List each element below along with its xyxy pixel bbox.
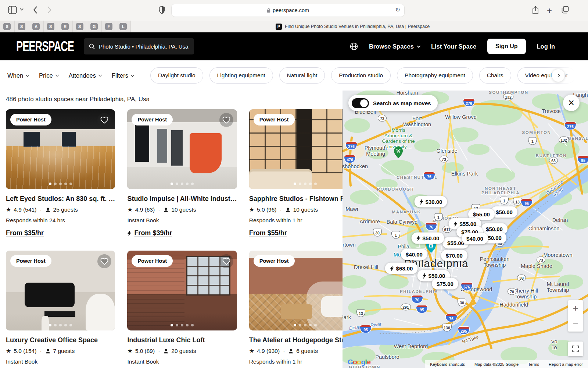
response-time: Instant Book: [127, 358, 237, 365]
filter-dropdown-price[interactable]: Price: [39, 72, 58, 79]
carousel-dot: [294, 324, 296, 326]
bolt-icon: [390, 265, 394, 271]
share-icon[interactable]: [532, 6, 539, 14]
peerspace-logo[interactable]: PEERSPACE: [16, 38, 74, 54]
login-link[interactable]: Log In: [537, 43, 555, 50]
price-pin[interactable]: $50.00: [491, 206, 517, 218]
pinned-tab[interactable]: R: [58, 21, 73, 32]
carousel-dot: [69, 183, 72, 185]
pinned-tab[interactable]: G: [87, 21, 102, 32]
listings-column: 486 photo studio spaces near Philadelphi…: [0, 91, 343, 368]
park-pin-icon[interactable]: [394, 146, 403, 160]
pinned-tab[interactable]: S: [73, 21, 87, 32]
filter-dropdown-filters[interactable]: Filters: [112, 72, 134, 79]
pinned-tab[interactable]: S: [44, 21, 58, 32]
carousel-dot: [314, 183, 317, 185]
filter-dropdown-when[interactable]: When: [7, 72, 29, 79]
price-pin[interactable]: $50.00: [412, 233, 444, 244]
pinned-tab[interactable]: A: [29, 21, 44, 32]
power-host-badge: Power Host: [254, 255, 295, 267]
favorite-button[interactable]: [219, 113, 233, 127]
google-logo-letter: g: [361, 358, 365, 366]
search-input[interactable]: Photo Studio • Philadelphia, PA, Usa: [84, 38, 194, 54]
price-pin-label: $68.00: [396, 265, 413, 272]
filter-pill[interactable]: Chairs: [479, 67, 511, 84]
pinned-tab-favicon: R: [61, 23, 69, 30]
pinned-tab[interactable]: S: [0, 21, 15, 32]
nav-list-your-space[interactable]: List Your Space: [431, 43, 476, 50]
map-panel[interactable]: HorshamSOUTHAMPTONLanghorneTrevoseWillow…: [343, 91, 588, 368]
globe-icon[interactable]: [350, 42, 358, 50]
price-pin[interactable]: $75.00: [432, 278, 458, 290]
fullscreen-button[interactable]: [568, 342, 583, 356]
price-pin-label: $50.00: [486, 226, 503, 232]
listing-card[interactable]: Power HostIndustrial Luxe Chic Loft★5.0 …: [127, 251, 237, 365]
back-icon[interactable]: [33, 6, 37, 14]
listing-title: Left Eyed Studios: An 830 sq. ft. …: [6, 195, 115, 203]
listing-card[interactable]: Power HostLuxury Creative Office Space★5…: [6, 251, 115, 365]
bolt-icon-wrap: [422, 273, 427, 279]
rating-text: 4.9 (63): [135, 206, 155, 213]
filter-pill[interactable]: Lighting equipment: [209, 67, 273, 84]
filter-pill[interactable]: Production studio: [331, 67, 391, 84]
carousel-dot: [69, 324, 72, 326]
filter-pill[interactable]: Daylight studio: [150, 67, 203, 84]
card-image: Power Host: [6, 251, 115, 330]
search-as-map-moves-toggle[interactable]: Search as map moves: [348, 95, 438, 111]
listing-card[interactable]: Power HostThe Atelier at Hodgepodge Stud…: [249, 251, 343, 365]
filter-pills-scroller: Daylight studioLighting equipmentNatural…: [150, 60, 588, 91]
power-host-badge: Power Host: [254, 114, 295, 125]
tabs-overview-icon[interactable]: [562, 6, 569, 14]
new-tab-icon[interactable]: +: [547, 6, 552, 16]
filter-pill[interactable]: Photography equipment: [397, 67, 473, 84]
active-tab[interactable]: P Find Unique Photo Studio Venues in Phi…: [276, 21, 430, 32]
filter-pill[interactable]: Video equipment: [517, 67, 576, 84]
heart-icon: [222, 116, 230, 124]
filter-pill-partial[interactable]: A: [582, 67, 588, 84]
zoom-in-button[interactable]: +: [568, 300, 583, 316]
price-pin[interactable]: $30.00: [415, 196, 447, 208]
pinned-tab[interactable]: S: [15, 21, 29, 32]
price-pin[interactable]: $40.00: [401, 249, 427, 260]
pinned-tab[interactable]: L: [116, 21, 131, 32]
filter-dropdown-attendees[interactable]: Attendees: [69, 72, 101, 79]
map-close-button[interactable]: ✕: [563, 95, 580, 111]
pinned-tab[interactable]: F: [102, 21, 116, 32]
zoom-out-button[interactable]: −: [568, 316, 583, 332]
power-host-badge: Power Host: [10, 255, 51, 267]
google-logo-letter: G: [348, 358, 353, 366]
filter-pill[interactable]: Natural light: [279, 67, 325, 84]
listing-title: Luxury Creative Office Space: [6, 336, 115, 344]
bolt-icon: [422, 273, 427, 279]
google-logo-letter: o: [353, 358, 357, 366]
terms-link[interactable]: Terms: [528, 362, 539, 367]
card-image: Power Host: [127, 109, 237, 189]
url-bar[interactable]: peerspace.com ↻: [172, 4, 404, 17]
listing-rating-row: ★4.9 (541)·25 guests: [6, 206, 115, 213]
price-pin-label: $40.00: [406, 251, 423, 258]
nav-browse-spaces[interactable]: Browse Spaces: [369, 43, 420, 50]
listing-card[interactable]: Power HostSapphire Studios - Fishtown Ph…: [249, 109, 343, 237]
favorite-button[interactable]: [219, 254, 233, 268]
price-pin[interactable]: $70.00: [441, 250, 467, 261]
carousel-dot: [181, 324, 183, 326]
keyboard-shortcuts-link[interactable]: Keyboard shortcuts: [430, 362, 465, 367]
forward-icon[interactable]: [47, 6, 51, 14]
price-pin[interactable]: $68.00: [385, 263, 418, 274]
bolt-icon-wrap: [419, 199, 424, 205]
separator-dot: ·: [280, 206, 282, 213]
listing-card[interactable]: Power HostStudio Impulse | All-White Ind…: [127, 109, 237, 237]
price-pin[interactable]: $40.00: [462, 233, 488, 244]
separator-dot: ·: [40, 206, 42, 213]
listing-card[interactable]: Power HostLeft Eyed Studios: An 830 sq. …: [6, 109, 115, 237]
privacy-shield-icon[interactable]: [159, 6, 165, 14]
reload-icon[interactable]: ↻: [395, 6, 400, 13]
sidebar-icon[interactable]: [8, 6, 17, 14]
pills-next-button[interactable]: [552, 69, 565, 82]
signup-button[interactable]: Sign Up: [487, 39, 526, 54]
tab-strip: SSASRSGFL P Find Unique Photo Studio Ven…: [0, 21, 588, 32]
price-pin-label: $55.00: [447, 240, 464, 246]
search-value: Photo Studio • Philadelphia, PA, Usa: [99, 43, 188, 50]
chevron-down-icon[interactable]: [20, 8, 24, 11]
report-map-error-link[interactable]: Report a map error: [549, 362, 583, 367]
